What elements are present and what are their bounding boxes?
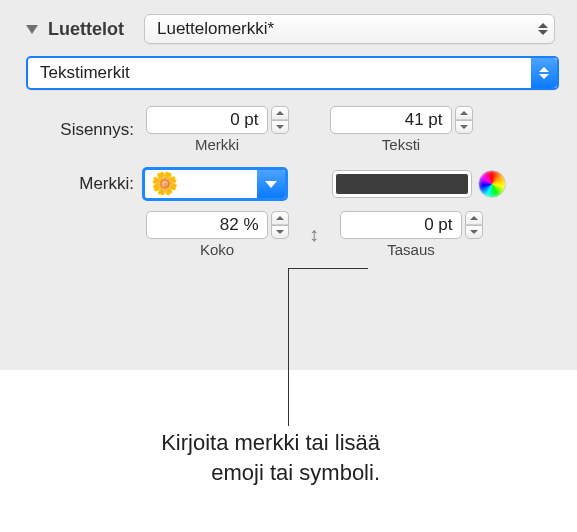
stepper-down-button[interactable] — [455, 120, 473, 134]
bullet-size-stepper[interactable] — [271, 211, 289, 239]
stepper-up-button[interactable] — [465, 211, 483, 225]
text-indent-field[interactable] — [330, 106, 452, 134]
bullet-indent-sublabel: Merkki — [195, 136, 239, 153]
list-style-popup[interactable]: Luettelomerkki* — [144, 14, 555, 44]
vertical-align-icon: ↕ — [303, 223, 325, 246]
callout-line — [288, 268, 289, 426]
updown-icon — [531, 58, 557, 88]
caption-line-2: emoji tai symboli. — [60, 458, 380, 488]
callout-line — [288, 268, 368, 269]
color-swatch — [336, 174, 468, 194]
bullet-align-field[interactable] — [340, 211, 462, 239]
stepper-up-button[interactable] — [271, 211, 289, 225]
bullet-type-value: Tekstimerkit — [28, 63, 142, 83]
caption-line-1: Kirjoita merkki tai lisää — [60, 428, 380, 458]
indent-label: Sisennys: — [26, 120, 142, 140]
stepper-down-button[interactable] — [465, 225, 483, 239]
bullet-character-field[interactable]: 🌼 — [142, 167, 288, 201]
bullet-type-popup[interactable]: Tekstimerkit — [26, 56, 559, 90]
section-title: Luettelot — [48, 19, 124, 40]
bullet-align-stepper[interactable] — [465, 211, 483, 239]
disclosure-triangle[interactable] — [26, 25, 38, 34]
updown-icon — [532, 15, 554, 43]
size-sublabel: Koko — [200, 241, 234, 258]
text-indent-sublabel: Teksti — [382, 136, 420, 153]
stepper-up-button[interactable] — [455, 106, 473, 120]
bullet-label: Merkki: — [26, 174, 142, 194]
color-wheel-button[interactable] — [478, 170, 506, 198]
stepper-up-button[interactable] — [271, 106, 289, 120]
chevron-down-icon — [265, 181, 277, 188]
align-sublabel: Tasaus — [387, 241, 435, 258]
callout-caption: Kirjoita merkki tai lisää emoji tai symb… — [60, 428, 380, 487]
stepper-down-button[interactable] — [271, 120, 289, 134]
bullet-size-field[interactable] — [146, 211, 268, 239]
bullet-emoji: 🌼 — [145, 171, 257, 197]
bullet-indent-field[interactable] — [146, 106, 268, 134]
text-indent-stepper[interactable] — [455, 106, 473, 134]
list-style-value: Luettelomerkki* — [145, 19, 286, 39]
stepper-down-button[interactable] — [271, 225, 289, 239]
bullet-color-well[interactable] — [332, 170, 472, 198]
bullet-indent-stepper[interactable] — [271, 106, 289, 134]
bullet-dropdown-button[interactable] — [257, 170, 285, 198]
